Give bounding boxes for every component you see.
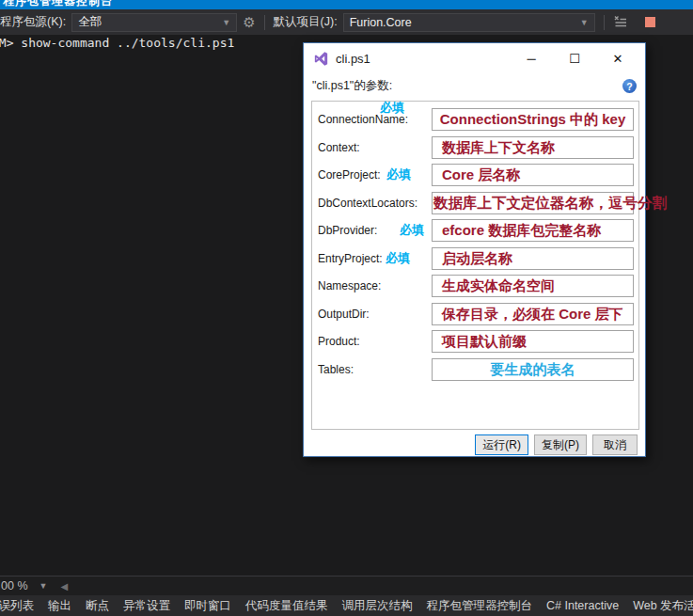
field-label: CoreProject: 必填 [318,164,432,186]
field-row-context: Context: 数据库上下文名称 [318,136,638,159]
field-row-dbcontextlocators: DbContextLocators: 数据库上下文定位器名称，逗号分割 [318,192,638,214]
tables-input[interactable]: 要生成的表名 [432,358,634,381]
toolbar-separator [264,15,265,30]
field-label: Product: [318,330,432,353]
package-source-label: 程序包源(K): [0,14,66,30]
field-row-namespace: Namespace: 生成实体命名空间 [318,275,638,297]
product-input[interactable]: 项目默认前缀 [432,330,634,353]
default-project-dropdown[interactable]: Furion.Core ▼ [343,13,595,32]
tab-csharp-interactive[interactable]: C# Interactive [546,599,619,612]
field-label: Namespace: [318,275,432,297]
field-label: ConnectionName: 必填 [318,108,432,131]
field-row-connectionname: ConnectionName: 必填 ConnectionStrings 中的 … [318,108,638,131]
tab-package-manager-console[interactable]: 程序包管理器控制台 [427,598,533,614]
zoom-level-dropdown[interactable]: 00 % [1,579,28,592]
context-input[interactable]: 数据库上下文名称 [432,136,634,159]
connectionname-input[interactable]: ConnectionStrings 中的 key [432,108,634,131]
tab-exception-settings[interactable]: 异常设置 [123,598,170,614]
tab-web-publish-activity[interactable]: Web 发布活动 [633,598,693,614]
minimize-button[interactable]: ─ [510,47,553,71]
run-button[interactable]: 运行(R) [475,434,528,455]
namespace-input[interactable]: 生成实体命名空间 [432,275,634,297]
required-badge: 必填 [380,97,404,119]
coreproject-input[interactable]: Core 层名称 [432,164,634,186]
editor-zoom-bar: 00 % ▼ ◀ [0,576,693,595]
dbcontextlocators-input[interactable]: 数据库上下文定位器名称，逗号分割 [432,192,634,214]
entryproject-input[interactable]: 启动层名称 [432,247,634,270]
default-project-value: Furion.Core [350,16,412,29]
dialog-title: cli.ps1 [336,52,510,66]
field-label: EntryProject: 必填 [318,247,432,270]
tab-error-list[interactable]: 错误列表 [0,598,34,614]
parameters-label: "cli.ps1"的参数: [312,78,392,94]
scroll-left-arrow-icon[interactable]: ◀ [60,581,68,592]
chevron-down-icon: ▼ [580,18,589,27]
cli-ps1-dialog: cli.ps1 ─ ☐ ✕ "cli.ps1"的参数: ? Connection… [303,42,646,457]
dialog-subtitle-row: "cli.ps1"的参数: ? [304,74,645,94]
dialog-titlebar[interactable]: cli.ps1 ─ ☐ ✕ [304,43,645,74]
clear-console-icon[interactable] [613,15,628,30]
field-row-entryproject: EntryProject: 必填 启动层名称 [318,247,638,270]
visual-studio-icon [313,51,329,67]
tab-call-hierarchy[interactable]: 调用层次结构 [342,598,413,614]
console-prompt-line: PM> show-command ../tools/cli.ps1 [0,36,234,50]
package-source-dropdown[interactable]: 全部 ▼ [71,13,237,32]
dbprovider-input[interactable]: efcore 数据库包完整名称 [432,219,634,242]
field-label: DbContextLocators: [318,192,432,214]
required-badge: 必填 [386,167,411,182]
field-row-dbprovider: DbProvider: 必填 efcore 数据库包完整名称 [318,219,638,242]
bottom-tool-window-tabs: 错误列表 输出 断点 异常设置 即时窗口 代码度量值结果 调用层次结构 程序包管… [0,595,693,616]
tab-immediate-window[interactable]: 即时窗口 [184,598,231,614]
field-row-outputdir: OutputDir: 保存目录，必须在 Core 层下 [318,303,638,325]
tool-window-title: 程序包管理器控制台 [0,0,693,9]
stop-icon[interactable] [645,17,655,27]
dialog-buttons: 运行(R) 复制(P) 取消 [475,434,638,455]
window-controls: ─ ☐ ✕ [510,47,639,71]
field-label: OutputDir: [318,303,432,325]
maximize-button[interactable]: ☐ [553,47,596,71]
field-label: Context: [318,136,432,159]
chevron-down-icon: ▼ [222,18,230,27]
required-badge: 必填 [386,251,410,265]
default-project-label: 默认项目(J): [274,14,338,30]
tab-output[interactable]: 输出 [48,598,71,614]
toolbar-separator [604,15,605,30]
chevron-down-icon[interactable]: ▼ [39,581,48,591]
help-icon[interactable]: ? [622,79,637,93]
tab-code-metrics[interactable]: 代码度量值结果 [245,598,328,614]
pm-console-toolbar: 程序包源(K): 全部 ▼ ⚙ 默认项目(J): Furion.Core ▼ [0,9,693,35]
tool-window-titlebar: 程序包管理器控制台 [0,0,693,9]
close-icon[interactable]: ✕ [596,47,639,71]
field-label: DbProvider: 必填 [318,219,432,242]
field-row-product: Product: 项目默认前缀 [318,330,638,353]
field-label: Tables: [318,358,432,381]
cancel-button[interactable]: 取消 [592,434,638,455]
package-source-value: 全部 [78,14,102,30]
outputdir-input[interactable]: 保存目录，必须在 Core 层下 [432,303,634,325]
gear-icon[interactable]: ⚙ [243,15,255,29]
tab-breakpoints[interactable]: 断点 [86,598,109,614]
required-badge: 必填 [400,219,424,242]
parameters-group-box: ConnectionName: 必填 ConnectionStrings 中的 … [311,101,639,430]
field-row-tables: Tables: 要生成的表名 [318,358,638,381]
copy-button[interactable]: 复制(P) [534,434,587,455]
field-row-coreproject: CoreProject: 必填 Core 层名称 [318,164,638,186]
